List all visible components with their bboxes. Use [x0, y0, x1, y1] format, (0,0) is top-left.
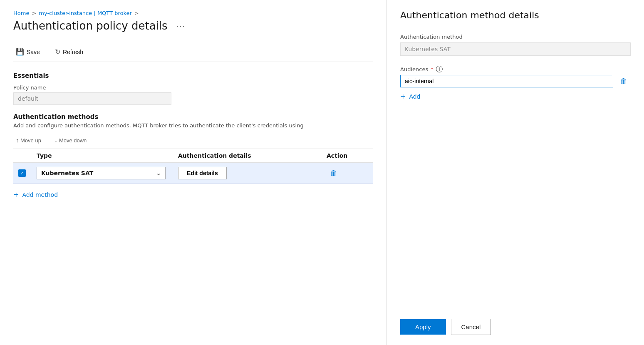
page-title-row: Authentication policy details ···	[13, 20, 373, 32]
add-audience-plus-icon: +	[400, 92, 406, 100]
policy-name-label: Policy name	[13, 84, 373, 91]
audience-input-row: 🗑	[400, 75, 631, 87]
ellipsis-button[interactable]: ···	[174, 21, 188, 31]
row-action-cell: 🗑	[327, 167, 368, 179]
auth-method-label: Authentication method	[400, 34, 631, 40]
cancel-button[interactable]: Cancel	[451, 319, 491, 335]
move-up-label: Move up	[20, 137, 41, 144]
save-button[interactable]: 💾 Save	[13, 46, 42, 57]
type-dropdown-value: Kubernetes SAT	[41, 170, 93, 176]
auth-methods-section: Authentication methods Add and configure…	[13, 113, 373, 205]
add-method-row[interactable]: + Add method	[13, 184, 373, 205]
auth-methods-title: Authentication methods	[13, 113, 373, 121]
col-auth-header: Authentication details	[178, 152, 327, 159]
trash-audience-icon: 🗑	[620, 77, 627, 85]
row-auth-cell: Edit details	[178, 167, 327, 179]
move-up-button[interactable]: ↑ Move up	[13, 135, 44, 145]
right-title: Authentication method details	[400, 10, 631, 20]
refresh-button[interactable]: ↻ Refresh	[52, 46, 86, 57]
move-controls: ↑ Move up ↓ Move down	[13, 135, 373, 149]
info-icon[interactable]: i	[436, 66, 443, 72]
add-method-label: Add method	[22, 191, 58, 198]
right-panel: Authentication method details Authentica…	[387, 0, 644, 345]
trash-icon: 🗑	[330, 169, 337, 177]
delete-row-button[interactable]: 🗑	[327, 167, 341, 179]
breadcrumb: Home > my-cluster-instance | MQTT broker…	[13, 10, 373, 16]
essentials-title: Essentials	[13, 72, 373, 79]
chevron-down-icon: ⌄	[156, 170, 161, 176]
delete-audience-button[interactable]: 🗑	[617, 75, 631, 87]
apply-button[interactable]: Apply	[400, 319, 446, 335]
auth-methods-desc: Add and configure authentication methods…	[13, 122, 373, 129]
auth-method-value: Kubernetes SAT	[400, 42, 631, 56]
add-method-plus-icon: +	[13, 191, 19, 199]
col-action-header: Action	[327, 152, 368, 159]
right-footer: Apply Cancel	[400, 309, 631, 335]
col-type-header: Type	[37, 152, 178, 159]
breadcrumb-sep2: >	[134, 10, 139, 16]
row-checkbox[interactable]	[18, 169, 26, 177]
breadcrumb-sep1: >	[32, 10, 36, 16]
type-dropdown[interactable]: Kubernetes SAT ⌄	[37, 167, 166, 179]
save-icon: 💾	[16, 48, 24, 56]
save-label: Save	[27, 49, 40, 55]
arrow-down-icon: ↓	[54, 137, 57, 144]
row-type-cell: Kubernetes SAT ⌄	[37, 167, 178, 179]
audience-input[interactable]	[400, 75, 613, 87]
refresh-icon: ↻	[55, 48, 60, 56]
table-header: Type Authentication details Action	[13, 149, 373, 163]
audiences-label-text: Audiences	[400, 66, 428, 72]
refresh-label: Refresh	[63, 49, 83, 55]
row-check-cell	[18, 169, 37, 177]
required-asterisk: *	[431, 66, 433, 72]
arrow-up-icon: ↑	[16, 137, 19, 144]
add-audience-label: Add	[409, 93, 420, 100]
table-row: Kubernetes SAT ⌄ Edit details 🗑	[13, 163, 373, 184]
move-down-button[interactable]: ↓ Move down	[52, 135, 89, 145]
policy-name-value: default	[13, 92, 171, 105]
toolbar: 💾 Save ↻ Refresh	[13, 42, 373, 62]
add-audience-row[interactable]: + Add	[400, 92, 631, 100]
page-title: Authentication policy details	[13, 20, 168, 32]
essentials-section: Essentials Policy name default	[13, 72, 373, 113]
breadcrumb-home[interactable]: Home	[13, 10, 29, 16]
audiences-label-row: Audiences * i	[400, 66, 631, 72]
move-down-label: Move down	[59, 137, 87, 144]
breadcrumb-cluster[interactable]: my-cluster-instance | MQTT broker	[39, 10, 132, 16]
left-panel: Home > my-cluster-instance | MQTT broker…	[0, 0, 387, 345]
edit-details-button[interactable]: Edit details	[178, 167, 227, 179]
